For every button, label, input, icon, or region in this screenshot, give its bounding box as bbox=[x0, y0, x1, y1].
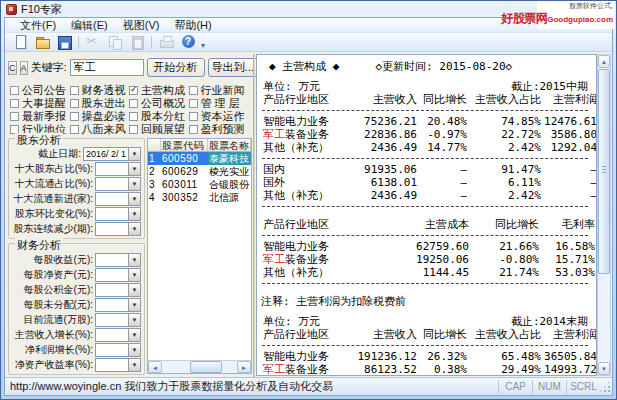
panel-splitter[interactable] bbox=[253, 54, 255, 377]
vertical-scroll-thumb[interactable] bbox=[598, 69, 610, 274]
combobox-dropdown-arrow-icon[interactable]: ▼ bbox=[128, 207, 141, 221]
combobox-value[interactable]: 2016/ 2/ 1 bbox=[83, 147, 128, 161]
combobox-value[interactable] bbox=[95, 192, 128, 206]
menu-item[interactable]: 帮助(H) bbox=[167, 17, 218, 34]
checkbox-option[interactable]: 股本分红 bbox=[129, 110, 189, 123]
save-button[interactable] bbox=[54, 34, 74, 51]
checkbox-option[interactable]: 行业新闻 bbox=[189, 84, 249, 97]
toggle-c-button[interactable]: C bbox=[8, 61, 17, 75]
stock-header-cell[interactable] bbox=[148, 139, 161, 151]
checkbox-box[interactable] bbox=[129, 112, 138, 121]
field-combobox[interactable]: ▼ bbox=[95, 207, 141, 221]
menu-item[interactable]: 视图(V) bbox=[116, 17, 167, 34]
horizontal-scroll-thumb[interactable] bbox=[190, 361, 222, 373]
combobox-value[interactable] bbox=[95, 222, 128, 236]
checkbox-option[interactable]: 回顾展望 bbox=[129, 123, 189, 136]
stock-row[interactable]: 1600590泰豪科技 bbox=[148, 152, 251, 165]
field-combobox[interactable]: 2016/ 2/ 1▼ bbox=[83, 147, 141, 161]
combobox-dropdown-arrow-icon[interactable]: ▼ bbox=[128, 192, 141, 206]
combobox-dropdown-arrow-icon[interactable]: ▼ bbox=[128, 162, 141, 176]
toolbar-overflow-icon[interactable]: ▾ bbox=[201, 41, 205, 51]
checkbox-box[interactable] bbox=[189, 125, 198, 134]
scroll-right-arrow-icon[interactable]: ► bbox=[237, 361, 251, 373]
checkbox-box[interactable] bbox=[129, 99, 138, 108]
combobox-value[interactable] bbox=[95, 298, 128, 312]
stock-header-cell[interactable]: 股票名称 bbox=[208, 139, 251, 151]
combobox-dropdown-arrow-icon[interactable]: ▼ bbox=[128, 253, 141, 267]
checkbox-box[interactable] bbox=[10, 99, 19, 108]
field-combobox[interactable]: ▼ bbox=[95, 222, 141, 236]
combobox-value[interactable] bbox=[95, 283, 128, 297]
checkbox-option[interactable]: 财务透视 bbox=[70, 84, 130, 97]
checkbox-option[interactable]: 公司公告 bbox=[10, 84, 70, 97]
scroll-up-arrow-icon[interactable]: ▲ bbox=[598, 55, 610, 68]
stock-row[interactable]: 2600629棱光实业 bbox=[148, 165, 251, 178]
checkbox-box[interactable] bbox=[70, 125, 79, 134]
combobox-dropdown-arrow-icon[interactable]: ▼ bbox=[128, 177, 141, 191]
combobox-value[interactable] bbox=[95, 177, 128, 191]
help-button[interactable] bbox=[178, 34, 198, 51]
checkbox-option[interactable]: 八面来风 bbox=[70, 123, 130, 136]
checkbox-box[interactable] bbox=[70, 99, 79, 108]
analyze-button[interactable]: 开始分析 bbox=[147, 58, 205, 77]
combobox-value[interactable] bbox=[95, 253, 128, 267]
checkbox-box[interactable] bbox=[129, 86, 138, 95]
field-combobox[interactable]: ▼ bbox=[95, 268, 141, 282]
checkbox-option[interactable]: 盈利预测 bbox=[189, 123, 249, 136]
combobox-value[interactable] bbox=[95, 328, 128, 342]
field-combobox[interactable]: ▼ bbox=[95, 177, 141, 191]
stock-row[interactable]: 4300352北信源 bbox=[148, 191, 251, 204]
menu-item[interactable]: 文件(F) bbox=[13, 17, 63, 34]
checkbox-option[interactable]: 公司概况 bbox=[129, 97, 189, 110]
checkbox-option[interactable]: 资本运作 bbox=[189, 110, 249, 123]
combobox-dropdown-arrow-icon[interactable]: ▼ bbox=[128, 328, 141, 342]
combobox-value[interactable] bbox=[95, 162, 128, 176]
keyword-input[interactable] bbox=[70, 59, 144, 76]
resize-grip[interactable] bbox=[600, 380, 612, 394]
toggle-a-button[interactable]: A bbox=[20, 61, 28, 75]
combobox-value[interactable] bbox=[95, 313, 128, 327]
stock-header-cell[interactable]: 股票代码 bbox=[161, 139, 208, 151]
field-combobox[interactable]: ▼ bbox=[95, 358, 141, 372]
checkbox-box[interactable] bbox=[10, 86, 19, 95]
export-button[interactable]: 导出到... bbox=[208, 58, 258, 77]
checkbox-option[interactable]: 股东进出 bbox=[70, 97, 130, 110]
horizontal-scroll-track[interactable] bbox=[162, 361, 237, 373]
combobox-value[interactable] bbox=[95, 207, 128, 221]
scroll-down-arrow-icon[interactable]: ▼ bbox=[598, 362, 610, 375]
combobox-dropdown-arrow-icon[interactable]: ▼ bbox=[128, 283, 141, 297]
new-file-button[interactable] bbox=[10, 34, 30, 51]
vertical-scrollbar[interactable]: ▲ ▼ bbox=[597, 54, 611, 376]
checkbox-box[interactable] bbox=[189, 86, 198, 95]
checkbox-option[interactable]: 操盘必读 bbox=[70, 110, 130, 123]
checkbox-box[interactable] bbox=[70, 86, 79, 95]
checkbox-option[interactable]: 管 理 层 bbox=[189, 97, 249, 110]
combobox-dropdown-arrow-icon[interactable]: ▼ bbox=[128, 147, 141, 161]
field-combobox[interactable]: ▼ bbox=[95, 328, 141, 342]
checkbox-box[interactable] bbox=[189, 99, 198, 108]
field-combobox[interactable]: ▼ bbox=[95, 298, 141, 312]
checkbox-box[interactable] bbox=[189, 112, 198, 121]
checkbox-option[interactable]: 大事提醒 bbox=[10, 97, 70, 110]
checkbox-option[interactable]: 最新季报 bbox=[10, 110, 70, 123]
scroll-left-arrow-icon[interactable]: ◄ bbox=[148, 361, 162, 373]
combobox-dropdown-arrow-icon[interactable]: ▼ bbox=[128, 268, 141, 282]
combobox-value[interactable] bbox=[95, 343, 128, 357]
field-combobox[interactable]: ▼ bbox=[95, 313, 141, 327]
menu-item[interactable]: 编辑(E) bbox=[64, 17, 115, 34]
combobox-dropdown-arrow-icon[interactable]: ▼ bbox=[128, 343, 141, 357]
combobox-dropdown-arrow-icon[interactable]: ▼ bbox=[128, 222, 141, 236]
checkbox-option[interactable]: 主营构成 bbox=[129, 84, 189, 97]
field-combobox[interactable]: ▼ bbox=[95, 192, 141, 206]
stock-row[interactable]: 3603011合锻股份 bbox=[148, 178, 251, 191]
combobox-value[interactable] bbox=[95, 358, 128, 372]
combobox-dropdown-arrow-icon[interactable]: ▼ bbox=[128, 313, 141, 327]
field-combobox[interactable]: ▼ bbox=[95, 253, 141, 267]
combobox-dropdown-arrow-icon[interactable]: ▼ bbox=[128, 298, 141, 312]
open-file-button[interactable] bbox=[32, 34, 52, 51]
checkbox-box[interactable] bbox=[129, 125, 138, 134]
checkbox-box[interactable] bbox=[70, 112, 79, 121]
checkbox-box[interactable] bbox=[10, 112, 19, 121]
combobox-dropdown-arrow-icon[interactable]: ▼ bbox=[128, 358, 141, 372]
combobox-value[interactable] bbox=[95, 268, 128, 282]
